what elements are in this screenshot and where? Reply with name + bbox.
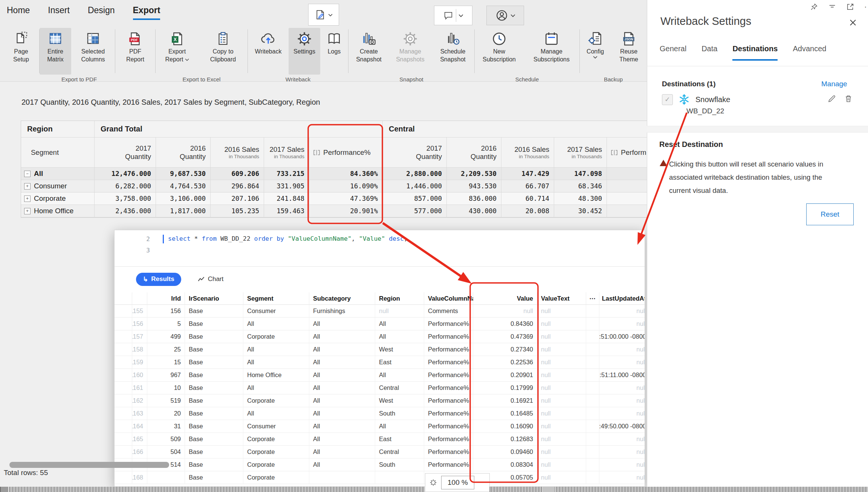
results-cell[interactable]: Base: [185, 305, 243, 318]
results-cell[interactable]: 0.16485: [473, 407, 537, 420]
results-cell[interactable]: Base: [185, 318, 243, 330]
reset-button[interactable]: Reset: [806, 203, 854, 225]
results-cell[interactable]: Performance%: [424, 446, 473, 458]
selected-columns-button[interactable]: Selected Columns: [71, 28, 115, 75]
matrix-cell[interactable]: 3,106.000: [156, 193, 211, 205]
results-cell[interactable]: null: [537, 356, 586, 369]
results-cell[interactable]: 499: [147, 330, 185, 343]
results-cell[interactable]: All: [309, 458, 375, 471]
results-cell[interactable]: Base: [185, 369, 243, 382]
results-column-header[interactable]: IrScenario: [185, 292, 243, 305]
results-cell[interactable]: null: [599, 458, 645, 471]
results-tab[interactable]: ↳ Results: [136, 273, 181, 286]
results-cell[interactable]: Consumer: [243, 305, 309, 318]
matrix-column-header[interactable]: 2017 Salesin Thousands: [554, 138, 607, 168]
results-cell[interactable]: Corporate: [243, 458, 309, 471]
results-cell[interactable]: Base: [185, 471, 243, 484]
results-cell[interactable]: Base: [185, 394, 243, 407]
close-icon[interactable]: [848, 18, 857, 27]
results-cell[interactable]: null: [537, 420, 586, 433]
new-subscription-button[interactable]: New Subscription: [475, 28, 524, 75]
matrix-cell[interactable]: 20.901%: [309, 205, 383, 217]
matrix-row-label[interactable]: −All: [21, 168, 95, 180]
matrix-cell[interactable]: 4,764.530: [156, 180, 211, 193]
results-cell[interactable]: [586, 330, 599, 343]
results-row-number[interactable]: 1158: [132, 343, 147, 356]
results-cell[interactable]: null: [537, 343, 586, 356]
results-cell[interactable]: [586, 471, 599, 484]
results-cell[interactable]: Base: [185, 446, 243, 458]
matrix-cell[interactable]: 430.000: [447, 205, 501, 217]
results-cell[interactable]: All: [309, 330, 375, 343]
matrix-column-header[interactable]: 2016 Salesin Thousands: [501, 138, 554, 168]
matrix-row-label[interactable]: +Corporate: [21, 193, 95, 205]
matrix-cell[interactable]: 84.360%: [309, 168, 383, 180]
tab-home[interactable]: Home: [7, 5, 30, 20]
results-cell[interactable]: 0.47369: [473, 330, 537, 343]
results-cell[interactable]: 20: [147, 407, 185, 420]
results-cell[interactable]: Performance%: [424, 407, 473, 420]
matrix-visual[interactable]: RegionGrand TotalCentralSegment2017Quant…: [21, 121, 648, 218]
results-cell[interactable]: null: [537, 446, 586, 458]
results-cell[interactable]: All: [309, 382, 375, 394]
results-column-header[interactable]: Value: [473, 292, 537, 305]
expand-toggle-icon[interactable]: +: [24, 208, 31, 214]
results-cell[interactable]: All: [309, 433, 375, 446]
account-dropdown[interactable]: [486, 6, 524, 25]
results-cell[interactable]: Performance%: [424, 458, 473, 471]
results-cell[interactable]: All: [243, 356, 309, 369]
matrix-cell[interactable]: 6,282.000: [95, 180, 156, 193]
results-cell[interactable]: [147, 471, 185, 484]
matrix-cell[interactable]: 105.235: [211, 205, 264, 217]
tab-design[interactable]: Design: [88, 5, 115, 20]
matrix-cell[interactable]: 2,436.000: [95, 205, 156, 217]
matrix-cell[interactable]: 943.530: [447, 180, 501, 193]
page-setup-button[interactable]: Page Setup: [3, 28, 39, 75]
gear-icon[interactable]: [429, 478, 437, 487]
results-cell[interactable]: null: [537, 433, 586, 446]
matrix-cell[interactable]: 30.452: [554, 205, 607, 217]
zoom-level[interactable]: 100 %: [441, 476, 474, 489]
results-cell[interactable]: [586, 305, 599, 318]
results-row-number[interactable]: 1157: [132, 330, 147, 343]
results-cell[interactable]: South: [375, 458, 424, 471]
results-table[interactable]: IrIdIrScenarioSegmentSubcategoryRegionVa…: [115, 292, 645, 484]
results-cell[interactable]: [586, 407, 599, 420]
matrix-cell[interactable]: 9,687.530: [156, 168, 211, 180]
results-cell[interactable]: [586, 458, 599, 471]
results-cell[interactable]: [586, 420, 599, 433]
results-cell[interactable]: 5: [147, 318, 185, 330]
results-cell[interactable]: All: [243, 343, 309, 356]
results-cell[interactable]: 519: [147, 394, 185, 407]
results-cell[interactable]: Base: [185, 420, 243, 433]
results-row-number[interactable]: 1161: [132, 382, 147, 394]
results-cell[interactable]: null: [537, 382, 586, 394]
sql-editor[interactable]: 2 3 select * from WB_DD_22 order by "Val…: [115, 230, 645, 267]
results-cell[interactable]: 967: [147, 369, 185, 382]
results-cell[interactable]: Central: [375, 382, 424, 394]
results-cell[interactable]: Base: [185, 433, 243, 446]
results-cell[interactable]: 0.17999: [473, 382, 537, 394]
results-cell[interactable]: Performance%: [424, 330, 473, 343]
results-cell[interactable]: null: [537, 305, 586, 318]
export-report-button[interactable]: X Export Report: [156, 28, 199, 75]
bottom-scrollbar-thumb[interactable]: [542, 487, 555, 492]
results-cell[interactable]: Base: [185, 407, 243, 420]
results-cell[interactable]: null: [537, 394, 586, 407]
results-row-number[interactable]: 1163: [132, 407, 147, 420]
results-cell[interactable]: East: [375, 433, 424, 446]
results-row-number[interactable]: 1168: [132, 471, 147, 484]
results-cell[interactable]: null: [599, 433, 645, 446]
entire-matrix-button[interactable]: Entire Matrix: [40, 28, 71, 75]
results-row-number[interactable]: 1155: [132, 305, 147, 318]
results-row-number[interactable]: 1159: [132, 356, 147, 369]
results-cell[interactable]: Consumer: [243, 420, 309, 433]
results-column-header[interactable]: ValueColumnName: [424, 292, 473, 305]
matrix-cell[interactable]: [607, 180, 648, 193]
results-cell[interactable]: All: [309, 394, 375, 407]
results-column-header[interactable]: Subcategory: [309, 292, 375, 305]
matrix-cell[interactable]: 2,880.000: [383, 168, 447, 180]
results-cell[interactable]: null: [599, 343, 645, 356]
results-cell[interactable]: Base: [185, 343, 243, 356]
matrix-cell[interactable]: 147.429: [501, 168, 554, 180]
